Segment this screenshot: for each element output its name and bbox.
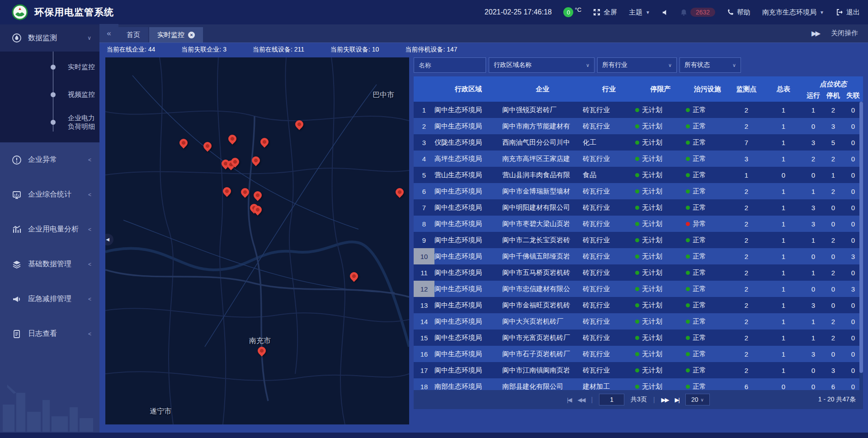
org-dropdown[interactable]: 南充市生态环境局 ▼ <box>762 8 824 17</box>
status-filter-select[interactable]: 所有状态 ∨ <box>679 57 741 73</box>
cell-stopped-count: 2 <box>823 102 843 118</box>
tabs-scroll-left-button[interactable]: « <box>99 24 118 42</box>
industry-filter-select[interactable]: 所有行业 ∨ <box>597 57 677 73</box>
status-dot-green-icon <box>686 287 690 291</box>
table-row[interactable]: 11阆中生态环境局阆中市五马桥页岩机砖砖瓦行业无计划正常21120 <box>414 264 863 281</box>
close-icon[interactable]: × <box>188 32 195 38</box>
cell-industry: 砖瓦行业 <box>583 248 635 264</box>
cell-region: 阆中生态环境局 <box>434 264 502 281</box>
industry-filter-value: 所有行业 <box>602 61 627 69</box>
theme-dropdown[interactable]: 主题 ▼ <box>629 8 650 17</box>
table-row[interactable]: 9阆中生态环境局阆中市二龙长宝页岩砖砖瓦行业无计划正常21120 <box>414 232 863 248</box>
cell-stopped-count: 2 <box>823 151 843 167</box>
cell-run-count: 0 <box>803 378 823 390</box>
cell-company: 阆中强锐页岩砖厂 <box>502 102 583 118</box>
cell-meter-count: 1 <box>764 264 803 281</box>
cell-facility-status: 正常 <box>686 346 729 362</box>
region-filter-select[interactable]: 行政区域名称 ∨ <box>489 57 594 73</box>
status-dot-green-icon <box>686 238 690 242</box>
table-row[interactable]: 10阆中生态环境局阆中千佛镇五郎垭页岩砖瓦行业无计划正常21003 <box>414 248 863 264</box>
sidebar-item-0[interactable]: 数据监测∨ <box>0 24 99 52</box>
temperature-unit: °C <box>575 6 581 13</box>
stats-bar: 当前在线企业: 44当前失联企业: 3当前在线设备: 211当前失联设备: 10… <box>99 43 868 57</box>
table-row[interactable]: 6阆中生态环境局阆中市金博瑞新型墙材砖瓦行业无计划正常21120 <box>414 183 863 199</box>
cell-stop-status: 无计划 <box>635 216 686 232</box>
table-row[interactable]: 18南部生态环境局南部县建化有限公司建材加工无计划正常60060 <box>414 378 863 390</box>
close-operations-button[interactable]: 关闭操作 <box>831 29 858 38</box>
cell-stopped-count: 3 <box>823 118 843 134</box>
sidebar-submenu: 实时监控视频监控企业电力负荷明细 <box>0 52 99 142</box>
chevron-left-icon: < <box>88 157 91 163</box>
map-panel[interactable]: ◀ 巴中市南充市遂宁市 <box>105 57 409 424</box>
stat-item-0: 当前在线企业: 44 <box>107 46 155 54</box>
table-row[interactable]: 16阆中生态环境局阆中市石子页岩机砖厂砖瓦行业无计划正常21300 <box>414 346 863 362</box>
tab-bar: « 首页实时监控× ▶▶ 关闭操作 <box>99 24 868 43</box>
table-row[interactable]: 13阆中生态环境局阆中市金福旺页岩机砖砖瓦行业无计划正常21300 <box>414 297 863 313</box>
table-row[interactable]: 7阆中生态环境局阆中明阳建材有限公司砖瓦行业无计划正常21300 <box>414 199 863 216</box>
cell-industry: 砖瓦行业 <box>583 199 635 216</box>
table-row[interactable]: 14阆中生态环境局阆中大兴页岩机砖厂砖瓦行业无计划正常21120 <box>414 313 863 330</box>
status-dot-green-icon <box>686 368 690 372</box>
page-input[interactable] <box>599 394 624 405</box>
sound-toggle-button[interactable] <box>662 9 669 16</box>
sidebar-item-5[interactable]: 应急减排管理< <box>0 282 99 316</box>
chevron-left-icon: < <box>88 261 91 268</box>
cell-stop-status: 无计划 <box>635 313 686 330</box>
sidebar-subitem-0[interactable]: 实时监控 <box>0 53 99 81</box>
cell-region: 阆中生态环境局 <box>434 313 502 330</box>
table-row[interactable]: 12阆中生态环境局阆中市忠信建材有限公砖瓦行业无计划正常21003 <box>414 281 863 297</box>
status-dot-green-icon <box>635 157 639 161</box>
status-dot-green-icon <box>635 303 639 307</box>
tabs-scroll-right-icon[interactable]: ▶▶ <box>811 29 819 38</box>
prev-page-icon[interactable]: ◀◀ <box>577 396 585 403</box>
table-row[interactable]: 8阆中生态环境局阆中市枣碧大梁山页岩砖瓦行业无计划异常21300 <box>414 216 863 232</box>
facility-status-label: 正常 <box>693 252 706 261</box>
table-row[interactable]: 2阆中生态环境局阆中市南方节能建材有砖瓦行业无计划正常21030 <box>414 118 863 134</box>
logout-button[interactable]: 退出 <box>836 8 860 17</box>
sidebar-item-2[interactable]: 企业综合统计< <box>0 177 99 212</box>
cell-run-count: 3 <box>803 216 823 232</box>
cell-stop-status: 无计划 <box>635 264 686 281</box>
cell-facility-status: 正常 <box>686 199 729 216</box>
tab-1[interactable]: 实时监控× <box>149 27 203 42</box>
range-label: 1 - 20 共47条 <box>818 396 856 404</box>
status-dot-green-icon <box>635 222 639 226</box>
chevron-down-icon: ∨ <box>732 62 736 68</box>
cell-facility-status: 正常 <box>686 330 729 346</box>
scrollbar-thumb[interactable] <box>859 102 863 373</box>
fullscreen-button[interactable]: 全屏 <box>593 8 617 17</box>
table-row[interactable]: 15阆中生态环境局阆中市光富页岩机砖厂砖瓦行业无计划正常21120 <box>414 330 863 346</box>
last-page-icon[interactable]: ▶| <box>675 396 679 403</box>
page-size-select[interactable]: 20 ∨ <box>685 394 710 405</box>
table-row[interactable]: 4高坪生态环境局南充市高坪区王家店建砖瓦行业无计划正常31220 <box>414 151 863 167</box>
table-row[interactable]: 5营山生态环境局营山县润丰肉食品有限食品无计划正常10010 <box>414 167 863 183</box>
table-row[interactable]: 17阆中生态环境局阆中市江南镇阆南页岩砖瓦行业无计划正常21030 <box>414 362 863 378</box>
cell-stopped-count: 2 <box>823 330 843 346</box>
cell-stop-status: 无计划 <box>635 151 686 167</box>
cell-monitor-count: 2 <box>729 346 764 362</box>
help-button[interactable]: 帮助 <box>727 8 750 17</box>
next-page-icon[interactable]: ▶▶ <box>661 396 669 403</box>
cell-region: 阆中生态环境局 <box>434 346 502 362</box>
cell-run-count: 1 <box>803 330 823 346</box>
tab-0[interactable]: 首页 <box>118 27 148 42</box>
notifications-button[interactable]: 2632 <box>680 8 715 17</box>
stop-status-label: 无计划 <box>642 122 662 131</box>
sidebar-subitem-1[interactable]: 视频监控 <box>0 81 99 108</box>
sidebar-subitem-2[interactable]: 企业电力负荷明细 <box>0 108 99 136</box>
cell-industry: 砖瓦行业 <box>583 183 635 199</box>
name-filter-input[interactable] <box>414 57 486 73</box>
cell-index: 6 <box>414 183 434 199</box>
first-page-icon[interactable]: |◀ <box>567 396 571 403</box>
sidebar-subitem-label: 企业电力负荷明细 <box>68 114 99 131</box>
cell-stop-status: 无计划 <box>635 118 686 134</box>
sidebar-item-6[interactable]: 日志查看< <box>0 316 99 351</box>
sidebar-item-4[interactable]: 基础数据管理< <box>0 247 99 282</box>
col-stop: 停限产 <box>635 76 686 102</box>
sidebar-item-3[interactable]: 企业用电量分析< <box>0 212 99 247</box>
sidebar-item-1[interactable]: 企业异常< <box>0 142 99 177</box>
cell-run-count: 0 <box>803 167 823 183</box>
cell-company: 阆中明阳建材有限公司 <box>502 199 583 216</box>
table-row[interactable]: 3仪陇生态环境局西南油气田分公司川中化工无计划正常71350 <box>414 134 863 151</box>
table-row[interactable]: 1阆中生态环境局阆中强锐页岩砖厂砖瓦行业无计划正常21120 <box>414 102 863 118</box>
